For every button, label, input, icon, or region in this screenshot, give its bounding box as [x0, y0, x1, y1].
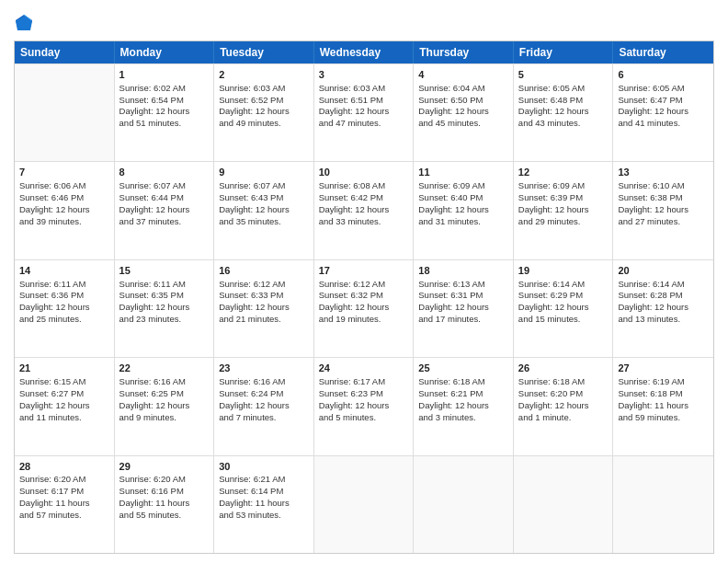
day-cell-24: 24Sunrise: 6:17 AM Sunset: 6:23 PM Dayli…	[314, 358, 415, 454]
calendar-body: 1Sunrise: 6:02 AM Sunset: 6:54 PM Daylig…	[15, 63, 713, 553]
day-info: Sunrise: 6:19 AM Sunset: 6:18 PM Dayligh…	[618, 376, 688, 421]
day-number: 6	[618, 68, 709, 82]
day-number: 15	[119, 264, 210, 278]
day-cell-15: 15Sunrise: 6:11 AM Sunset: 6:35 PM Dayli…	[115, 260, 215, 357]
day-cell-empty	[613, 456, 713, 553]
day-cell-14: 14Sunrise: 6:11 AM Sunset: 6:36 PM Dayli…	[15, 260, 115, 357]
day-number: 22	[119, 362, 210, 375]
day-number: 5	[518, 68, 609, 82]
day-cell-18: 18Sunrise: 6:13 AM Sunset: 6:31 PM Dayli…	[414, 260, 514, 357]
day-info: Sunrise: 6:21 AM Sunset: 6:14 PM Dayligh…	[219, 474, 290, 519]
week-row-2: 14Sunrise: 6:11 AM Sunset: 6:36 PM Dayli…	[15, 259, 713, 357]
day-info: Sunrise: 6:04 AM Sunset: 6:50 PM Dayligh…	[418, 83, 489, 128]
day-cell-13: 13Sunrise: 6:10 AM Sunset: 6:38 PM Dayli…	[613, 162, 713, 259]
day-info: Sunrise: 6:05 AM Sunset: 6:48 PM Dayligh…	[518, 83, 589, 128]
calendar-header: SundayMondayTuesdayWednesdayThursdayFrid…	[15, 41, 713, 63]
day-info: Sunrise: 6:02 AM Sunset: 6:54 PM Dayligh…	[119, 83, 190, 128]
day-info: Sunrise: 6:10 AM Sunset: 6:38 PM Dayligh…	[618, 180, 688, 225]
day-number: 21	[19, 362, 109, 375]
day-info: Sunrise: 6:16 AM Sunset: 6:24 PM Dayligh…	[219, 376, 290, 421]
day-info: Sunrise: 6:09 AM Sunset: 6:40 PM Dayligh…	[418, 180, 489, 225]
day-cell-20: 20Sunrise: 6:14 AM Sunset: 6:28 PM Dayli…	[613, 260, 713, 357]
day-number: 27	[618, 362, 709, 375]
day-cell-7: 7Sunrise: 6:06 AM Sunset: 6:46 PM Daylig…	[15, 162, 115, 259]
day-number: 1	[119, 68, 210, 82]
day-cell-27: 27Sunrise: 6:19 AM Sunset: 6:18 PM Dayli…	[613, 358, 713, 454]
day-cell-empty	[514, 456, 614, 553]
logo	[14, 13, 38, 33]
day-info: Sunrise: 6:05 AM Sunset: 6:47 PM Dayligh…	[618, 83, 688, 128]
day-number: 8	[119, 166, 210, 179]
day-number: 23	[219, 362, 309, 375]
day-info: Sunrise: 6:12 AM Sunset: 6:33 PM Dayligh…	[219, 279, 290, 324]
day-number: 16	[219, 264, 309, 278]
day-number: 4	[418, 68, 508, 82]
day-info: Sunrise: 6:18 AM Sunset: 6:20 PM Dayligh…	[518, 376, 589, 421]
day-number: 3	[319, 68, 409, 82]
day-cell-21: 21Sunrise: 6:15 AM Sunset: 6:27 PM Dayli…	[15, 358, 115, 454]
day-info: Sunrise: 6:03 AM Sunset: 6:52 PM Dayligh…	[219, 83, 290, 128]
day-cell-30: 30Sunrise: 6:21 AM Sunset: 6:14 PM Dayli…	[214, 456, 314, 553]
day-cell-6: 6Sunrise: 6:05 AM Sunset: 6:47 PM Daylig…	[613, 64, 713, 161]
week-row-3: 21Sunrise: 6:15 AM Sunset: 6:27 PM Dayli…	[15, 357, 713, 454]
day-info: Sunrise: 6:13 AM Sunset: 6:31 PM Dayligh…	[418, 279, 489, 324]
day-info: Sunrise: 6:17 AM Sunset: 6:23 PM Dayligh…	[319, 376, 390, 421]
day-number: 26	[518, 362, 609, 375]
day-info: Sunrise: 6:09 AM Sunset: 6:39 PM Dayligh…	[518, 180, 589, 225]
day-info: Sunrise: 6:16 AM Sunset: 6:25 PM Dayligh…	[119, 376, 190, 421]
day-info: Sunrise: 6:03 AM Sunset: 6:51 PM Dayligh…	[319, 83, 390, 128]
day-header-wednesday: Wednesday	[314, 41, 415, 63]
page: SundayMondayTuesdayWednesdayThursdayFrid…	[0, 0, 728, 563]
week-row-1: 7Sunrise: 6:06 AM Sunset: 6:46 PM Daylig…	[15, 161, 713, 259]
day-number: 11	[418, 166, 508, 179]
day-info: Sunrise: 6:08 AM Sunset: 6:42 PM Dayligh…	[319, 180, 390, 225]
day-cell-empty	[414, 456, 514, 553]
day-number: 25	[418, 362, 508, 375]
week-row-0: 1Sunrise: 6:02 AM Sunset: 6:54 PM Daylig…	[15, 63, 713, 161]
day-info: Sunrise: 6:11 AM Sunset: 6:35 PM Dayligh…	[119, 279, 190, 324]
day-cell-16: 16Sunrise: 6:12 AM Sunset: 6:33 PM Dayli…	[214, 260, 314, 357]
day-info: Sunrise: 6:07 AM Sunset: 6:43 PM Dayligh…	[219, 180, 290, 225]
day-header-tuesday: Tuesday	[214, 41, 314, 63]
day-number: 29	[119, 460, 210, 474]
day-number: 20	[618, 264, 709, 278]
calendar: SundayMondayTuesdayWednesdayThursdayFrid…	[14, 40, 714, 554]
day-info: Sunrise: 6:11 AM Sunset: 6:36 PM Dayligh…	[19, 279, 90, 324]
logo-icon	[14, 13, 34, 33]
week-row-4: 28Sunrise: 6:20 AM Sunset: 6:17 PM Dayli…	[15, 455, 713, 553]
day-cell-empty	[15, 64, 115, 161]
day-info: Sunrise: 6:20 AM Sunset: 6:16 PM Dayligh…	[119, 474, 190, 519]
day-cell-11: 11Sunrise: 6:09 AM Sunset: 6:40 PM Dayli…	[414, 162, 514, 259]
day-cell-17: 17Sunrise: 6:12 AM Sunset: 6:32 PM Dayli…	[314, 260, 415, 357]
day-cell-29: 29Sunrise: 6:20 AM Sunset: 6:16 PM Dayli…	[115, 456, 215, 553]
day-number: 17	[319, 264, 409, 278]
day-info: Sunrise: 6:06 AM Sunset: 6:46 PM Dayligh…	[19, 180, 90, 225]
day-number: 18	[418, 264, 508, 278]
day-cell-26: 26Sunrise: 6:18 AM Sunset: 6:20 PM Dayli…	[514, 358, 614, 454]
day-cell-22: 22Sunrise: 6:16 AM Sunset: 6:25 PM Dayli…	[115, 358, 215, 454]
day-header-saturday: Saturday	[613, 41, 713, 63]
day-header-monday: Monday	[115, 41, 215, 63]
day-header-sunday: Sunday	[15, 41, 115, 63]
day-cell-9: 9Sunrise: 6:07 AM Sunset: 6:43 PM Daylig…	[214, 162, 314, 259]
day-cell-4: 4Sunrise: 6:04 AM Sunset: 6:50 PM Daylig…	[414, 64, 514, 161]
day-cell-23: 23Sunrise: 6:16 AM Sunset: 6:24 PM Dayli…	[214, 358, 314, 454]
day-number: 10	[319, 166, 409, 179]
day-number: 30	[219, 460, 309, 474]
day-cell-1: 1Sunrise: 6:02 AM Sunset: 6:54 PM Daylig…	[115, 64, 215, 161]
day-cell-2: 2Sunrise: 6:03 AM Sunset: 6:52 PM Daylig…	[214, 64, 314, 161]
day-cell-8: 8Sunrise: 6:07 AM Sunset: 6:44 PM Daylig…	[115, 162, 215, 259]
day-info: Sunrise: 6:20 AM Sunset: 6:17 PM Dayligh…	[19, 474, 90, 519]
day-cell-5: 5Sunrise: 6:05 AM Sunset: 6:48 PM Daylig…	[514, 64, 614, 161]
day-cell-3: 3Sunrise: 6:03 AM Sunset: 6:51 PM Daylig…	[314, 64, 415, 161]
day-number: 2	[219, 68, 309, 82]
day-cell-25: 25Sunrise: 6:18 AM Sunset: 6:21 PM Dayli…	[414, 358, 514, 454]
day-number: 9	[219, 166, 309, 179]
day-header-friday: Friday	[514, 41, 614, 63]
day-number: 14	[19, 264, 109, 278]
day-info: Sunrise: 6:18 AM Sunset: 6:21 PM Dayligh…	[418, 376, 489, 421]
day-number: 13	[618, 166, 709, 179]
day-number: 28	[19, 460, 109, 474]
day-info: Sunrise: 6:12 AM Sunset: 6:32 PM Dayligh…	[319, 279, 390, 324]
day-cell-10: 10Sunrise: 6:08 AM Sunset: 6:42 PM Dayli…	[314, 162, 415, 259]
